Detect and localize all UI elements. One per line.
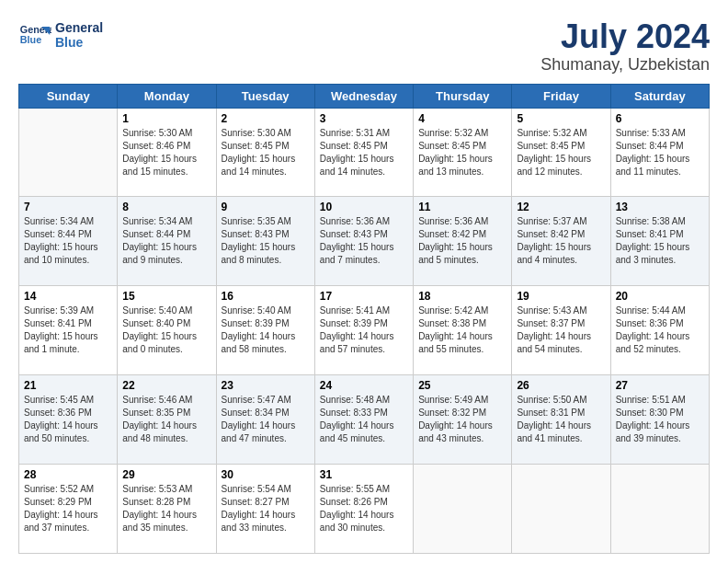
cell-line: Daylight: 15 hours bbox=[222, 242, 296, 252]
cell-info: Sunrise: 5:51 AMSunset: 8:30 PMDaylight:… bbox=[616, 394, 704, 445]
cell-line: Daylight: 15 hours bbox=[517, 154, 591, 164]
cell-line: Sunrise: 5:42 AM bbox=[418, 305, 488, 316]
day-number: 10 bbox=[320, 201, 408, 213]
cell-line: Daylight: 14 hours bbox=[418, 420, 493, 431]
cell-line: Sunrise: 5:55 AM bbox=[320, 484, 390, 494]
day-number: 15 bbox=[122, 290, 210, 303]
cell-line: Sunrise: 5:40 AM bbox=[122, 305, 192, 316]
cell-info: Sunrise: 5:53 AMSunset: 8:28 PMDaylight:… bbox=[122, 483, 210, 534]
logo-icon: General Blue bbox=[18, 18, 51, 52]
cell-line: Sunrise: 5:50 AM bbox=[517, 395, 586, 405]
day-number: 16 bbox=[222, 290, 310, 303]
cell-line: and 11 minutes. bbox=[616, 167, 681, 177]
cell-line: Sunrise: 5:31 AM bbox=[320, 128, 390, 138]
cell-line: and 58 minutes. bbox=[222, 344, 287, 354]
calendar-cell: 23Sunrise: 5:47 AMSunset: 8:34 PMDayligh… bbox=[216, 375, 314, 465]
cell-info: Sunrise: 5:43 AMSunset: 8:37 PMDaylight:… bbox=[517, 304, 605, 356]
cell-line: Sunrise: 5:41 AM bbox=[320, 305, 390, 316]
cell-line: Daylight: 15 hours bbox=[418, 154, 493, 164]
cell-line: and 13 minutes. bbox=[418, 167, 483, 177]
cell-line: and 0 minutes. bbox=[122, 344, 183, 354]
cell-line: and 41 minutes. bbox=[517, 433, 582, 443]
cell-line: Daylight: 15 hours bbox=[616, 154, 690, 164]
cell-line: Sunrise: 5:49 AM bbox=[418, 395, 488, 405]
cell-line: Daylight: 15 hours bbox=[616, 242, 690, 252]
cell-line: Sunset: 8:46 PM bbox=[122, 141, 190, 151]
calendar-cell: 5Sunrise: 5:32 AMSunset: 8:45 PMDaylight… bbox=[512, 108, 610, 197]
cell-line: Sunset: 8:45 PM bbox=[418, 141, 486, 151]
cell-line: and 1 minute. bbox=[24, 344, 80, 354]
day-number: 5 bbox=[517, 112, 605, 125]
cell-line: Sunset: 8:31 PM bbox=[517, 408, 585, 418]
day-header-friday: Friday bbox=[512, 84, 610, 108]
cell-line: Sunrise: 5:52 AM bbox=[24, 484, 94, 494]
cell-line: Sunset: 8:30 PM bbox=[616, 408, 684, 418]
day-number: 27 bbox=[616, 379, 704, 392]
cell-line: and 35 minutes. bbox=[122, 523, 188, 533]
cell-line: Sunset: 8:43 PM bbox=[320, 229, 388, 239]
cell-line: Sunset: 8:42 PM bbox=[418, 229, 486, 239]
calendar-cell: 30Sunrise: 5:54 AMSunset: 8:27 PMDayligh… bbox=[216, 465, 314, 554]
day-number: 1 bbox=[122, 112, 210, 125]
cell-info: Sunrise: 5:48 AMSunset: 8:33 PMDaylight:… bbox=[320, 394, 408, 445]
cell-info: Sunrise: 5:42 AMSunset: 8:38 PMDaylight:… bbox=[418, 304, 506, 356]
cell-info: Sunrise: 5:44 AMSunset: 8:36 PMDaylight:… bbox=[616, 304, 704, 356]
day-number: 18 bbox=[418, 290, 506, 303]
calendar-cell: 10Sunrise: 5:36 AMSunset: 8:43 PMDayligh… bbox=[314, 197, 413, 286]
day-number: 19 bbox=[517, 290, 605, 303]
cell-line: and 39 minutes. bbox=[616, 433, 681, 443]
calendar-cell: 16Sunrise: 5:40 AMSunset: 8:39 PMDayligh… bbox=[216, 286, 314, 375]
calendar-cell: 13Sunrise: 5:38 AMSunset: 8:41 PMDayligh… bbox=[610, 197, 709, 286]
calendar-cell: 2Sunrise: 5:30 AMSunset: 8:45 PMDaylight… bbox=[216, 108, 314, 197]
cell-line: and 54 minutes. bbox=[517, 344, 582, 354]
day-header-tuesday: Tuesday bbox=[216, 84, 314, 108]
cell-info: Sunrise: 5:54 AMSunset: 8:27 PMDaylight:… bbox=[222, 483, 310, 534]
cell-info: Sunrise: 5:52 AMSunset: 8:29 PMDaylight:… bbox=[24, 483, 112, 534]
cell-line: Sunrise: 5:36 AM bbox=[320, 216, 390, 226]
cell-line: and 50 minutes. bbox=[24, 433, 89, 443]
cell-line: Daylight: 15 hours bbox=[320, 242, 394, 252]
cell-line: Sunset: 8:34 PM bbox=[222, 408, 290, 418]
week-row-3: 14Sunrise: 5:39 AMSunset: 8:41 PMDayligh… bbox=[19, 286, 710, 375]
cell-line: and 52 minutes. bbox=[616, 344, 681, 354]
calendar-cell: 28Sunrise: 5:52 AMSunset: 8:29 PMDayligh… bbox=[19, 465, 118, 554]
calendar-cell: 15Sunrise: 5:40 AMSunset: 8:40 PMDayligh… bbox=[118, 286, 216, 375]
cell-line: Sunrise: 5:32 AM bbox=[517, 128, 586, 138]
cell-line: Sunrise: 5:32 AM bbox=[418, 128, 488, 138]
cell-line: Sunrise: 5:51 AM bbox=[616, 395, 686, 405]
cell-line: Daylight: 15 hours bbox=[122, 242, 197, 252]
cell-line: Sunrise: 5:35 AM bbox=[222, 216, 291, 226]
cell-line: and 30 minutes. bbox=[320, 523, 385, 533]
day-number: 31 bbox=[320, 468, 408, 481]
cell-info: Sunrise: 5:49 AMSunset: 8:32 PMDaylight:… bbox=[418, 394, 506, 445]
cell-line: Sunset: 8:39 PM bbox=[222, 318, 290, 328]
week-row-2: 7Sunrise: 5:34 AMSunset: 8:44 PMDaylight… bbox=[19, 197, 710, 286]
cell-line: Sunset: 8:37 PM bbox=[517, 318, 585, 328]
cell-info: Sunrise: 5:36 AMSunset: 8:42 PMDaylight:… bbox=[418, 215, 506, 267]
cell-line: Sunrise: 5:40 AM bbox=[222, 305, 291, 316]
header-row: SundayMondayTuesdayWednesdayThursdayFrid… bbox=[19, 84, 710, 108]
day-number: 22 bbox=[122, 379, 210, 392]
cell-line: Sunset: 8:27 PM bbox=[222, 497, 290, 507]
cell-line: Daylight: 14 hours bbox=[616, 331, 690, 341]
cell-info: Sunrise: 5:30 AMSunset: 8:46 PMDaylight:… bbox=[122, 127, 210, 178]
cell-line: Sunset: 8:45 PM bbox=[320, 141, 388, 151]
cell-line: Sunset: 8:45 PM bbox=[222, 141, 290, 151]
cell-line: Sunset: 8:43 PM bbox=[222, 229, 290, 239]
calendar-cell: 6Sunrise: 5:33 AMSunset: 8:44 PMDaylight… bbox=[610, 108, 709, 197]
page-title: July 2024 bbox=[540, 18, 710, 55]
day-number: 4 bbox=[418, 112, 506, 125]
day-header-saturday: Saturday bbox=[610, 84, 709, 108]
cell-line: Sunset: 8:40 PM bbox=[122, 318, 190, 328]
day-number: 14 bbox=[24, 290, 112, 303]
cell-line: and 5 minutes. bbox=[418, 255, 479, 265]
day-number: 24 bbox=[320, 379, 408, 392]
calendar-cell: 22Sunrise: 5:46 AMSunset: 8:35 PMDayligh… bbox=[118, 375, 216, 465]
calendar-cell: 18Sunrise: 5:42 AMSunset: 8:38 PMDayligh… bbox=[414, 286, 512, 375]
cell-line: Sunrise: 5:48 AM bbox=[320, 395, 390, 405]
cell-info: Sunrise: 5:47 AMSunset: 8:34 PMDaylight:… bbox=[222, 394, 310, 445]
cell-line: Sunrise: 5:46 AM bbox=[122, 395, 192, 405]
cell-line: Sunset: 8:35 PM bbox=[122, 408, 190, 418]
day-number: 2 bbox=[222, 112, 310, 125]
cell-line: Daylight: 14 hours bbox=[320, 420, 394, 431]
